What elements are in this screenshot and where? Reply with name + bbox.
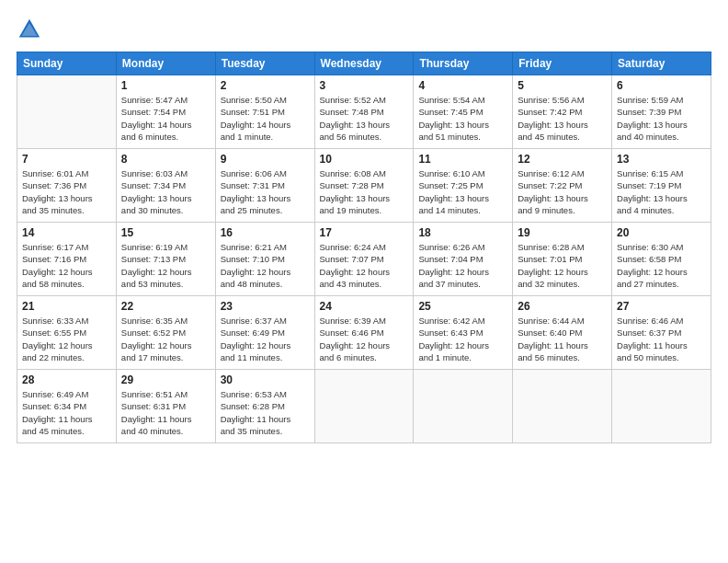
day-number: 30 xyxy=(221,373,310,386)
day-info: Sunrise: 5:50 AMSunset: 7:51 PMDaylight:… xyxy=(221,94,310,143)
week-row-1: 1Sunrise: 5:47 AMSunset: 7:54 PMDaylight… xyxy=(17,75,711,149)
day-number: 3 xyxy=(320,79,409,92)
day-number: 5 xyxy=(518,79,607,92)
calendar-cell: 9Sunrise: 6:06 AMSunset: 7:31 PMDaylight… xyxy=(215,149,314,223)
calendar-cell: 7Sunrise: 6:01 AMSunset: 7:36 PMDaylight… xyxy=(17,149,117,223)
calendar-cell: 3Sunrise: 5:52 AMSunset: 7:48 PMDaylight… xyxy=(314,75,414,149)
page: SundayMondayTuesdayWednesdayThursdayFrid… xyxy=(0,0,728,563)
day-info: Sunrise: 6:53 AMSunset: 6:28 PMDaylight:… xyxy=(221,388,310,437)
day-number: 25 xyxy=(418,300,507,313)
day-info: Sunrise: 5:59 AMSunset: 7:39 PMDaylight:… xyxy=(617,94,706,143)
day-info: Sunrise: 6:35 AMSunset: 6:52 PMDaylight:… xyxy=(121,315,210,363)
calendar-cell: 5Sunrise: 5:56 AMSunset: 7:42 PMDaylight… xyxy=(513,75,612,149)
calendar-cell: 22Sunrise: 6:35 AMSunset: 6:52 PMDayligh… xyxy=(116,296,215,370)
logo xyxy=(17,17,46,42)
day-number: 14 xyxy=(22,226,111,239)
calendar-cell: 28Sunrise: 6:49 AMSunset: 6:34 PMDayligh… xyxy=(17,370,117,443)
weekday-header-monday: Monday xyxy=(116,52,215,75)
day-number: 9 xyxy=(221,153,310,166)
day-info: Sunrise: 6:17 AMSunset: 7:16 PMDaylight:… xyxy=(22,241,111,290)
calendar-cell: 21Sunrise: 6:33 AMSunset: 6:55 PMDayligh… xyxy=(17,296,117,370)
day-number: 7 xyxy=(22,153,111,166)
day-number: 11 xyxy=(418,153,507,166)
day-number: 18 xyxy=(418,226,507,239)
weekday-header-row: SundayMondayTuesdayWednesdayThursdayFrid… xyxy=(17,52,711,75)
day-info: Sunrise: 6:24 AMSunset: 7:07 PMDaylight:… xyxy=(320,241,409,290)
calendar-table: SundayMondayTuesdayWednesdayThursdayFrid… xyxy=(17,52,711,443)
day-info: Sunrise: 5:56 AMSunset: 7:42 PMDaylight:… xyxy=(518,94,607,143)
calendar-cell xyxy=(612,370,711,443)
day-number: 6 xyxy=(617,79,706,92)
calendar-cell: 29Sunrise: 6:51 AMSunset: 6:31 PMDayligh… xyxy=(116,370,215,443)
day-info: Sunrise: 6:26 AMSunset: 7:04 PMDaylight:… xyxy=(418,241,507,290)
week-row-3: 14Sunrise: 6:17 AMSunset: 7:16 PMDayligh… xyxy=(17,223,711,296)
calendar-cell: 17Sunrise: 6:24 AMSunset: 7:07 PMDayligh… xyxy=(314,223,414,296)
day-number: 23 xyxy=(221,300,310,313)
day-number: 2 xyxy=(221,79,310,92)
calendar-cell: 20Sunrise: 6:30 AMSunset: 6:58 PMDayligh… xyxy=(612,223,711,296)
calendar-cell: 23Sunrise: 6:37 AMSunset: 6:49 PMDayligh… xyxy=(215,296,314,370)
day-number: 13 xyxy=(617,153,706,166)
day-number: 21 xyxy=(22,300,111,313)
day-info: Sunrise: 6:39 AMSunset: 6:46 PMDaylight:… xyxy=(320,315,409,363)
day-number: 12 xyxy=(518,153,607,166)
calendar-cell xyxy=(17,75,117,149)
week-row-4: 21Sunrise: 6:33 AMSunset: 6:55 PMDayligh… xyxy=(17,296,711,370)
day-number: 26 xyxy=(518,300,607,313)
day-info: Sunrise: 6:03 AMSunset: 7:34 PMDaylight:… xyxy=(121,167,210,216)
calendar-cell: 19Sunrise: 6:28 AMSunset: 7:01 PMDayligh… xyxy=(513,223,612,296)
calendar-cell: 1Sunrise: 5:47 AMSunset: 7:54 PMDaylight… xyxy=(116,75,215,149)
weekday-header-wednesday: Wednesday xyxy=(314,52,414,75)
day-info: Sunrise: 6:08 AMSunset: 7:28 PMDaylight:… xyxy=(320,167,409,216)
day-number: 10 xyxy=(320,153,409,166)
calendar-cell: 18Sunrise: 6:26 AMSunset: 7:04 PMDayligh… xyxy=(414,223,513,296)
day-info: Sunrise: 6:33 AMSunset: 6:55 PMDaylight:… xyxy=(22,315,111,363)
day-info: Sunrise: 6:15 AMSunset: 7:19 PMDaylight:… xyxy=(617,167,706,216)
day-info: Sunrise: 6:28 AMSunset: 7:01 PMDaylight:… xyxy=(518,241,607,290)
calendar-cell: 27Sunrise: 6:46 AMSunset: 6:37 PMDayligh… xyxy=(612,296,711,370)
day-info: Sunrise: 6:06 AMSunset: 7:31 PMDaylight:… xyxy=(221,167,310,216)
day-info: Sunrise: 6:10 AMSunset: 7:25 PMDaylight:… xyxy=(418,167,507,216)
day-info: Sunrise: 6:46 AMSunset: 6:37 PMDaylight:… xyxy=(617,315,706,363)
day-number: 28 xyxy=(22,373,111,386)
day-number: 1 xyxy=(121,79,210,92)
weekday-header-tuesday: Tuesday xyxy=(215,52,314,75)
week-row-2: 7Sunrise: 6:01 AMSunset: 7:36 PMDaylight… xyxy=(17,149,711,223)
day-info: Sunrise: 6:51 AMSunset: 6:31 PMDaylight:… xyxy=(121,388,210,437)
day-info: Sunrise: 6:42 AMSunset: 6:43 PMDaylight:… xyxy=(418,315,507,363)
calendar-cell: 11Sunrise: 6:10 AMSunset: 7:25 PMDayligh… xyxy=(414,149,513,223)
weekday-header-friday: Friday xyxy=(513,52,612,75)
day-info: Sunrise: 6:30 AMSunset: 6:58 PMDaylight:… xyxy=(617,241,706,290)
day-number: 29 xyxy=(121,373,210,386)
day-info: Sunrise: 5:52 AMSunset: 7:48 PMDaylight:… xyxy=(320,94,409,143)
day-info: Sunrise: 6:19 AMSunset: 7:13 PMDaylight:… xyxy=(121,241,210,290)
calendar-cell: 25Sunrise: 6:42 AMSunset: 6:43 PMDayligh… xyxy=(414,296,513,370)
day-number: 19 xyxy=(518,226,607,239)
day-number: 27 xyxy=(617,300,706,313)
calendar-cell: 10Sunrise: 6:08 AMSunset: 7:28 PMDayligh… xyxy=(314,149,414,223)
calendar-cell: 6Sunrise: 5:59 AMSunset: 7:39 PMDaylight… xyxy=(612,75,711,149)
logo-icon xyxy=(17,17,42,42)
weekday-header-sunday: Sunday xyxy=(17,52,117,75)
calendar-cell: 13Sunrise: 6:15 AMSunset: 7:19 PMDayligh… xyxy=(612,149,711,223)
day-number: 8 xyxy=(121,153,210,166)
calendar-cell xyxy=(314,370,414,443)
calendar-cell: 4Sunrise: 5:54 AMSunset: 7:45 PMDaylight… xyxy=(414,75,513,149)
calendar-cell: 26Sunrise: 6:44 AMSunset: 6:40 PMDayligh… xyxy=(513,296,612,370)
calendar-cell: 15Sunrise: 6:19 AMSunset: 7:13 PMDayligh… xyxy=(116,223,215,296)
weekday-header-thursday: Thursday xyxy=(414,52,513,75)
header xyxy=(17,17,711,42)
day-info: Sunrise: 6:12 AMSunset: 7:22 PMDaylight:… xyxy=(518,167,607,216)
calendar-cell: 12Sunrise: 6:12 AMSunset: 7:22 PMDayligh… xyxy=(513,149,612,223)
day-info: Sunrise: 6:44 AMSunset: 6:40 PMDaylight:… xyxy=(518,315,607,363)
day-number: 15 xyxy=(121,226,210,239)
day-number: 24 xyxy=(320,300,409,313)
calendar-cell: 14Sunrise: 6:17 AMSunset: 7:16 PMDayligh… xyxy=(17,223,117,296)
day-number: 20 xyxy=(617,226,706,239)
weekday-header-saturday: Saturday xyxy=(612,52,711,75)
day-info: Sunrise: 6:21 AMSunset: 7:10 PMDaylight:… xyxy=(221,241,310,290)
calendar-cell: 8Sunrise: 6:03 AMSunset: 7:34 PMDaylight… xyxy=(116,149,215,223)
week-row-5: 28Sunrise: 6:49 AMSunset: 6:34 PMDayligh… xyxy=(17,370,711,443)
day-info: Sunrise: 6:49 AMSunset: 6:34 PMDaylight:… xyxy=(22,388,111,437)
day-info: Sunrise: 5:47 AMSunset: 7:54 PMDaylight:… xyxy=(121,94,210,143)
